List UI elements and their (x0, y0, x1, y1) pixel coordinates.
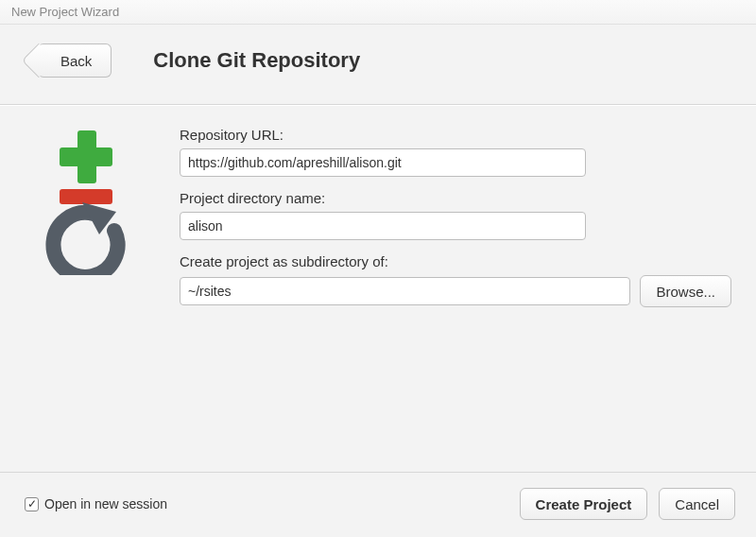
open-new-session-label: Open in new session (44, 496, 167, 511)
window-titlebar: New Project Wizard (0, 0, 756, 25)
project-type-icon-col (21, 127, 153, 472)
svg-rect-1 (60, 147, 112, 166)
repo-url-input[interactable] (180, 148, 586, 177)
browse-button[interactable]: Browse... (640, 275, 731, 307)
back-button-label: Back (60, 53, 92, 69)
wizard-body: Repository URL: Project directory name: … (0, 105, 756, 472)
page-title: Clone Git Repository (153, 48, 360, 73)
subdir-input[interactable] (180, 277, 630, 305)
open-new-session-checkbox[interactable]: ✓ (25, 497, 39, 511)
wizard-window: New Project Wizard Back Clone Git Reposi… (0, 0, 756, 537)
svg-rect-2 (60, 189, 112, 204)
dir-name-input[interactable] (180, 212, 586, 240)
wizard-header: Back Clone Git Repository (0, 25, 756, 105)
repo-url-label: Repository URL: (180, 127, 731, 143)
open-new-session-option[interactable]: ✓ Open in new session (25, 496, 167, 511)
form: Repository URL: Project directory name: … (180, 127, 731, 472)
window-title: New Project Wizard (11, 5, 119, 19)
subdir-label: Create project as subdirectory of: (180, 253, 731, 269)
cancel-button[interactable]: Cancel (659, 488, 735, 520)
wizard-footer: ✓ Open in new session Create Project Can… (0, 472, 756, 537)
back-button[interactable]: Back (38, 43, 112, 78)
git-logo-icon (26, 129, 148, 472)
dir-name-label: Project directory name: (180, 190, 731, 206)
create-project-button[interactable]: Create Project (520, 488, 648, 520)
